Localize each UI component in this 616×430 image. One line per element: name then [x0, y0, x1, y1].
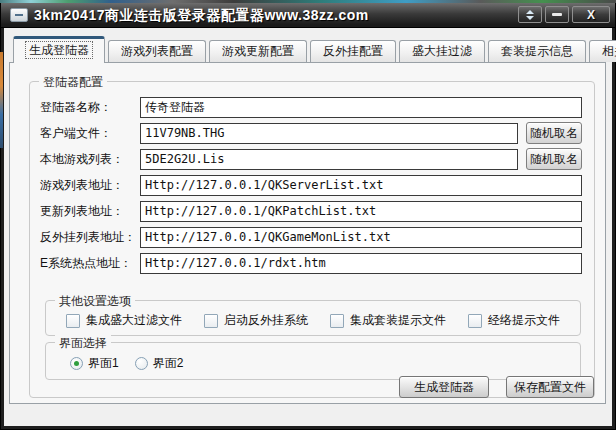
esystem-url-input[interactable] — [140, 253, 582, 274]
field-label: 更新列表地址： — [40, 203, 140, 220]
group-title: 登陆器配置 — [39, 74, 107, 91]
row-esystem-url: E系统热点地址： — [40, 252, 582, 274]
app-icon — [10, 8, 28, 22]
generate-launcher-button[interactable]: 生成登陆器 — [399, 376, 489, 398]
close-icon: X — [587, 9, 595, 21]
caption-buttons: X — [518, 6, 610, 23]
checkbox-icon — [330, 314, 344, 328]
local-game-list-input[interactable] — [140, 149, 518, 170]
app-window: 3km20417商业连击版登录器配置器www.38zz.com X 生成登陆器 … — [0, 0, 616, 430]
field-label: 客户端文件： — [40, 125, 140, 142]
tab-about-info[interactable]: 相关信息 — [589, 40, 616, 62]
form-rows: 登陆器名称： 客户端文件： 随机取名 本地游戏列表： 随机取名 游戏列 — [40, 96, 582, 278]
random-name-button-1[interactable]: 随机取名 — [526, 122, 582, 144]
field-label: 登陆器名称： — [40, 99, 140, 116]
other-options-group: 其他设置选项 集成盛大过滤文件 启动反外挂系统 集成套装提示文件 — [45, 300, 581, 336]
field-label: 反外挂列表地址： — [40, 229, 140, 246]
tab-suit-tip-info[interactable]: 套装提示信息 — [488, 40, 586, 62]
minimize-button[interactable] — [545, 6, 569, 23]
radio-icon — [135, 357, 148, 370]
row-local-game-list: 本地游戏列表： 随机取名 — [40, 148, 582, 170]
radio-row: 界面1 界面2 — [70, 355, 183, 372]
field-label: 本地游戏列表： — [40, 151, 140, 168]
radio-selected-icon — [70, 357, 83, 370]
row-anticheat-list-url: 反外挂列表地址： — [40, 226, 582, 248]
row-launcher-name: 登陆器名称： — [40, 96, 582, 118]
client-file-input[interactable] — [140, 123, 518, 144]
checkbox-meridian-tip-file[interactable]: 经络提示文件 — [468, 312, 560, 329]
tab-anticheat-config[interactable]: 反外挂配置 — [310, 40, 396, 62]
tab-game-list-config[interactable]: 游戏列表配置 — [108, 40, 206, 62]
arrow-down-icon — [526, 16, 534, 20]
desktop-bleed-left — [0, 52, 3, 148]
radio-interface-2[interactable]: 界面2 — [135, 355, 184, 372]
checkbox-suit-tip-file[interactable]: 集成套装提示文件 — [330, 312, 446, 329]
checkbox-row: 集成盛大过滤文件 启动反外挂系统 集成套装提示文件 经络提示文件 — [66, 312, 560, 329]
title-bar[interactable]: 3km20417商业连击版登录器配置器www.38zz.com X — [1, 3, 615, 28]
game-list-url-input[interactable] — [140, 175, 582, 196]
radio-interface-1[interactable]: 界面1 — [70, 355, 119, 372]
checkbox-start-anticheat[interactable]: 启动反外挂系统 — [204, 312, 308, 329]
anticheat-list-url-input[interactable] — [140, 227, 582, 248]
save-config-button[interactable]: 保存配置文件 — [506, 376, 594, 398]
group-title: 界面选择 — [55, 335, 111, 352]
tab-generate-launcher[interactable]: 生成登陆器 — [13, 36, 105, 63]
checkbox-shanda-filter-file[interactable]: 集成盛大过滤文件 — [66, 312, 182, 329]
rollup-button[interactable] — [518, 6, 542, 23]
checkbox-icon — [468, 314, 482, 328]
row-update-list-url: 更新列表地址： — [40, 200, 582, 222]
window-title: 3km20417商业连击版登录器配置器www.38zz.com — [34, 7, 369, 25]
random-name-button-2[interactable]: 随机取名 — [526, 148, 582, 170]
tab-page: 登陆器配置 登陆器名称： 客户端文件： 随机取名 本地游戏列表： 随机取 — [9, 62, 606, 404]
checkbox-icon — [204, 314, 218, 328]
tab-strip: 生成登陆器 游戏列表配置 游戏更新配置 反外挂配置 盛大挂过滤 套装提示信息 相… — [13, 35, 608, 62]
client-area: 生成登陆器 游戏列表配置 游戏更新配置 反外挂配置 盛大挂过滤 套装提示信息 相… — [4, 28, 612, 426]
tab-game-update-config[interactable]: 游戏更新配置 — [209, 40, 307, 62]
arrow-up-icon — [526, 10, 534, 14]
row-game-list-url: 游戏列表地址： — [40, 174, 582, 196]
interface-select-group: 界面选择 界面1 界面2 — [45, 342, 581, 380]
launcher-name-input[interactable] — [140, 97, 582, 118]
checkbox-icon — [66, 314, 80, 328]
close-button[interactable]: X — [572, 6, 610, 23]
field-label: E系统热点地址： — [40, 255, 140, 272]
row-client-file: 客户端文件： 随机取名 — [40, 122, 582, 144]
minimize-icon — [552, 13, 562, 16]
tab-shanda-filter[interactable]: 盛大挂过滤 — [399, 40, 485, 62]
update-list-url-input[interactable] — [140, 201, 582, 222]
launcher-config-group: 登陆器配置 登陆器名称： 客户端文件： 随机取名 本地游戏列表： 随机取 — [29, 81, 595, 398]
field-label: 游戏列表地址： — [40, 177, 140, 194]
group-title: 其他设置选项 — [55, 293, 135, 310]
